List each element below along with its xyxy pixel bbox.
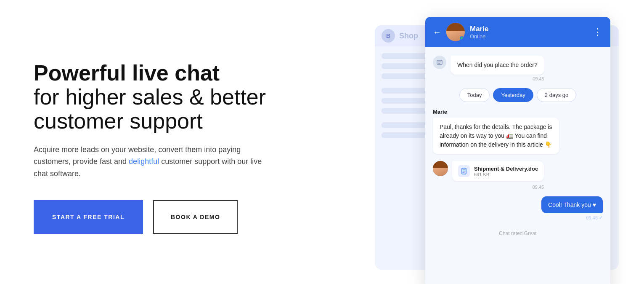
hero-right: B Shop ← [294, 17, 619, 278]
system-time: 09.45 [451, 76, 544, 81]
chat-body: When did you place the order? 09.45 Toda… [425, 47, 610, 284]
agent-avatar [446, 23, 465, 41]
user-message-row: Cool! Thank you ♥ 09.45 ✓ [433, 196, 603, 220]
file-icon [458, 165, 470, 177]
agent-message-bubble: Paul, thanks for the details. The packag… [433, 118, 559, 154]
avatar-hair [446, 23, 465, 31]
file-size: 681 KB [474, 172, 538, 177]
agent-status: Online [470, 33, 588, 40]
read-checkmark: ✓ [599, 215, 603, 220]
date-today-button[interactable]: Today [459, 88, 490, 102]
book-demo-button[interactable]: BOOK A DEMO [153, 200, 238, 234]
date-yesterday-button[interactable]: Yesterday [493, 88, 533, 102]
attach-content: Shipment & Delivery.doc 681 KB 09.45 [452, 161, 544, 190]
system-icon [433, 56, 446, 69]
start-trial-button[interactable]: START A FREE TRIAL [34, 200, 143, 234]
bg-logo-text: Shop [399, 32, 418, 40]
headline-light: for higher sales & better customer suppo… [34, 85, 266, 133]
date-2days-button[interactable]: 2 days go [537, 88, 576, 102]
attach-avatar [433, 161, 448, 176]
chat-widget: ← Marie Online ⋮ [425, 17, 610, 284]
system-bubble-inner: When did you place the order? [451, 56, 544, 75]
bg-logo-icon: B [382, 29, 395, 43]
user-message-bubble: Cool! Thank you ♥ [541, 196, 603, 213]
svg-rect-0 [437, 60, 442, 64]
more-options-button[interactable]: ⋮ [593, 27, 603, 38]
agent-info: Marie Online [470, 25, 588, 40]
user-message-block: Cool! Thank you ♥ 09.45 ✓ [541, 196, 603, 220]
agent-message-text: Paul, thanks for the details. The packag… [440, 123, 552, 149]
online-indicator [460, 36, 464, 40]
file-name: Shipment & Delivery.doc [474, 166, 538, 172]
headline: Powerful live chat for higher sales & be… [34, 61, 278, 134]
headline-bold: Powerful live chat [34, 61, 220, 85]
date-filter: Today Yesterday 2 days go [433, 88, 603, 102]
user-time-text: 09.45 [586, 215, 598, 220]
system-message-text: When did you place the order? [457, 61, 538, 70]
chat-rated: Chat rated Great [433, 227, 603, 240]
file-attachment-row: Shipment & Delivery.doc 681 KB 09.45 [433, 161, 603, 190]
file-bubble[interactable]: Shipment & Delivery.doc 681 KB [452, 161, 544, 181]
agent-name: Marie [470, 25, 588, 33]
system-message: When did you place the order? 09.45 [433, 56, 603, 81]
hero-left: Powerful live chat for higher sales & be… [34, 61, 294, 234]
back-button[interactable]: ← [433, 27, 441, 37]
cta-buttons: START A FREE TRIAL BOOK A DEMO [34, 200, 278, 234]
subtext: Acquire more leads on your website, conv… [34, 144, 269, 180]
subtext-link[interactable]: delightful [129, 157, 159, 166]
user-message-time: 09.45 ✓ [541, 215, 603, 220]
agent-message-block: Marie Paul, thanks for the details. The … [433, 109, 603, 154]
file-info: Shipment & Delivery.doc 681 KB [474, 166, 538, 177]
agent-msg-time: 09.45 [452, 185, 544, 190]
agent-message-name: Marie [433, 109, 603, 115]
chat-header: ← Marie Online ⋮ [425, 17, 610, 47]
system-bubble: When did you place the order? 09.45 [451, 56, 544, 81]
